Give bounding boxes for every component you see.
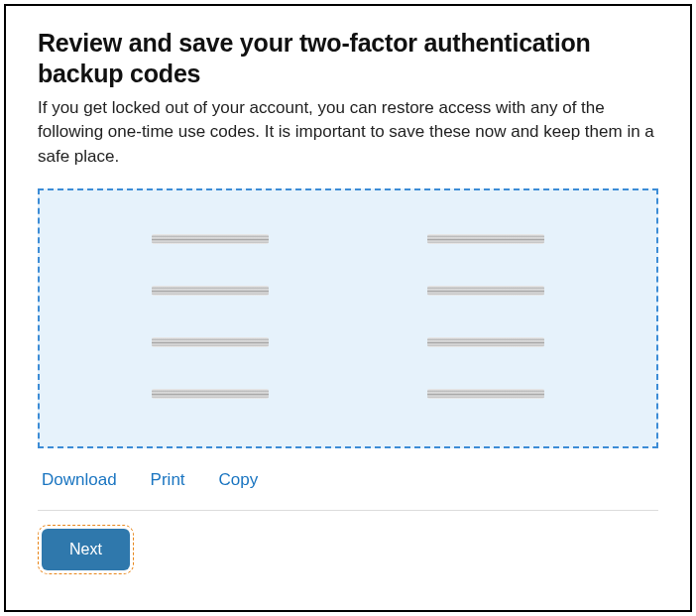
backup-code: [152, 389, 269, 399]
backup-code: [152, 286, 269, 296]
backup-code: [427, 337, 544, 347]
dialog-frame: Review and save your two-factor authenti…: [4, 4, 692, 612]
backup-code: [152, 337, 269, 347]
backup-code: [427, 286, 544, 296]
code-actions: Download Print Copy: [38, 448, 658, 510]
page-subtitle: If you get locked out of your account, y…: [38, 96, 658, 170]
page-title: Review and save your two-factor authenti…: [38, 28, 658, 90]
print-button[interactable]: Print: [151, 470, 185, 490]
next-button[interactable]: Next: [42, 529, 130, 570]
divider: [38, 510, 658, 511]
backup-code: [152, 234, 269, 244]
codes-column-left: [152, 234, 269, 399]
copy-button[interactable]: Copy: [219, 470, 259, 490]
download-button[interactable]: Download: [42, 470, 117, 490]
backup-codes-box: [38, 188, 658, 448]
backup-code: [427, 234, 544, 244]
next-highlight: Next: [38, 525, 134, 574]
backup-code: [427, 389, 544, 399]
codes-column-right: [427, 234, 544, 399]
